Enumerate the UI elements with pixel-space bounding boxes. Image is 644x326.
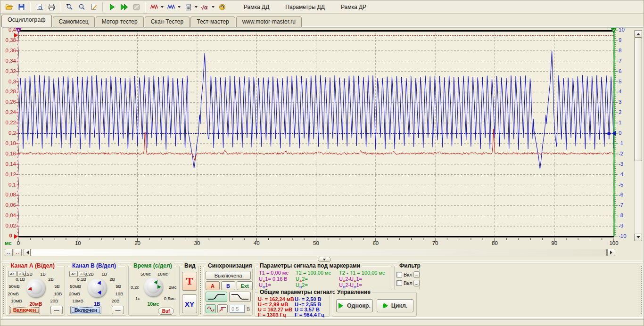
right-axis-tick-label: 5 — [619, 79, 631, 84]
right-axis-tick-label: -6 — [619, 192, 631, 197]
filter-checkbox[interactable] — [396, 280, 402, 286]
panel-gripper[interactable] — [640, 266, 643, 315]
filter-settings-button[interactable]: ... — [413, 280, 420, 286]
channel-a-zero-arrow[interactable] — [14, 234, 20, 239]
sync-level-input[interactable] — [230, 305, 245, 313]
knob-scale-label: 0,2В — [84, 271, 94, 277]
general-params-group: Общие параметры сигнала U- = 162,24 мВU~… — [255, 292, 330, 317]
right-axis-tick-label: 2 — [619, 109, 631, 115]
scroll-up-button[interactable] — [634, 30, 642, 38]
print-preview-button[interactable] — [33, 2, 45, 12]
view-xy-button[interactable]: XY — [182, 294, 197, 313]
tab-2[interactable]: Самописец — [53, 16, 95, 27]
timebase-knob[interactable]: 50мс10мс0,2с2мс1с0,5мс10мс — [129, 266, 178, 306]
marker-2-jump-button[interactable]: .. — [14, 249, 22, 256]
status-bar — [0, 319, 644, 326]
marker-param-value: UВ2= — [296, 282, 308, 289]
sync-title: Синхронизация — [206, 262, 254, 269]
marker-params-grid: T1 = 0,00 мсT2 = 100,00 мсT2 - T1 = 100,… — [255, 266, 393, 291]
cycle-run-button[interactable]: Цикл. — [377, 299, 413, 312]
tab-1[interactable]: Осциллограф — [1, 15, 52, 27]
math-menu-button[interactable]: √α — [199, 2, 211, 12]
zoom-select-button[interactable] — [64, 2, 75, 12]
rising-edge-icon — [206, 293, 226, 301]
svg-text:√α: √α — [201, 4, 208, 10]
collapse-panel-button[interactable] — [318, 257, 331, 262]
right-axis-tick-label: 9 — [619, 37, 631, 43]
menu-item-2[interactable]: Параметры ДД — [284, 3, 326, 11]
channel-a-power-button[interactable]: Включен — [9, 306, 40, 314]
knob-scale-label: 2мс — [169, 285, 177, 290]
channel-b-minus-button[interactable]: — — [112, 306, 124, 314]
vertical-scrollbar-thumb[interactable] — [634, 38, 642, 161]
channel-a-knob[interactable]: 0,2В1В0,1В2В50мВ5В20мВ10В10мВ20В20мВ — [6, 266, 66, 306]
play-icon — [339, 303, 346, 309]
tab-4[interactable]: Скан-Тестер — [145, 16, 190, 27]
filter-settings-button[interactable]: ... — [413, 271, 420, 278]
view-t-button[interactable]: Т — [182, 272, 197, 291]
panel-gripper[interactable] — [199, 266, 202, 315]
signal-a-menu-button[interactable] — [149, 2, 160, 12]
dropdown-caret-icon[interactable] — [161, 6, 164, 9]
channel-b-knob[interactable]: 0,2В1В0,1В2В50мВ5В20мВ10В10мВ20В1В — [67, 266, 127, 306]
tab-5[interactable]: Тест-мастер — [190, 16, 235, 27]
max-level-line — [18, 30, 614, 32]
dropdown-caret-icon[interactable] — [195, 6, 198, 9]
knob-scale-label: 20мВ — [8, 291, 18, 296]
left-axis-tick-label: 0,12 — [2, 171, 16, 177]
marker-param-value: UВ2-UВ1= — [339, 282, 362, 289]
channel-b-knob-dial[interactable] — [88, 278, 107, 297]
toolbar-separator — [145, 2, 146, 12]
sync-falling-edge-button[interactable] — [229, 292, 251, 302]
right-axis-tick-label: -3 — [619, 161, 631, 167]
trigger-level-line[interactable] — [18, 35, 614, 36]
menu-item-1[interactable]: Рамка ДД — [243, 3, 270, 11]
x-axis-tick-label: 90 — [546, 240, 562, 246]
dropdown-caret-icon[interactable] — [178, 6, 181, 9]
plot-area[interactable] — [18, 30, 614, 236]
marker-1-jump-button[interactable]: .. — [5, 249, 13, 256]
channel-a-minus-button[interactable]: — — [50, 306, 63, 314]
x-axis-tick-label: 30 — [189, 240, 205, 246]
marker-param-value: T2 = 100,00 мс — [296, 270, 331, 276]
panel-gripper[interactable] — [3, 266, 5, 315]
marker-1-line[interactable] — [18, 30, 19, 236]
save-button[interactable] — [16, 2, 27, 12]
channel-b-power-button[interactable]: Включен — [70, 306, 101, 314]
general-param-b: F = 984,4 Гц — [295, 312, 324, 318]
trigger-level-arrow[interactable] — [14, 33, 20, 38]
buffer-button[interactable]: Buf — [158, 308, 174, 315]
report-button[interactable] — [88, 2, 99, 12]
knob-scale-label: 20В — [112, 298, 120, 303]
pause-button[interactable] — [131, 2, 142, 12]
scroll-down-button[interactable] — [634, 234, 642, 241]
sync-mode-wave-button[interactable] — [206, 304, 216, 313]
sync-source-ext-button[interactable]: Ext — [237, 281, 253, 290]
dropdown-caret-icon[interactable] — [212, 6, 215, 9]
tab-6[interactable]: www.motor-master.ru — [236, 16, 302, 27]
sync-source-в-button[interactable]: В — [221, 281, 235, 290]
tab-3[interactable]: Мотор-тестер — [96, 16, 144, 27]
open-file-button[interactable] — [3, 2, 15, 12]
menu-item-3[interactable]: Рамка ДР — [340, 3, 367, 11]
sync-off-button[interactable]: Выключена — [206, 271, 251, 280]
sync-rising-edge-button[interactable] — [206, 292, 227, 302]
knob-scale-label: 10мВ — [11, 298, 22, 303]
scroll-right-button[interactable] — [607, 249, 615, 256]
sound-button[interactable] — [216, 2, 228, 12]
zoom-button[interactable] — [76, 2, 87, 12]
start-cycle-button[interactable] — [118, 2, 130, 12]
filter-checkbox[interactable] — [396, 272, 402, 277]
start-button[interactable] — [106, 2, 117, 12]
horizontal-scrollbar-thumb[interactable] — [31, 249, 607, 256]
left-arrow-icon — [25, 251, 29, 254]
single-run-button[interactable]: Однокр. — [336, 299, 373, 312]
channel-b-zero-line[interactable] — [18, 133, 614, 134]
x-axis-line — [18, 236, 614, 237]
sync-source-а-button[interactable]: А — [206, 281, 220, 290]
calculator-menu-button[interactable] — [182, 2, 194, 12]
print-button[interactable] — [46, 2, 57, 12]
sync-mode-level-button[interactable] — [217, 304, 228, 313]
signal-b-menu-button[interactable] — [165, 2, 177, 12]
scroll-left-button[interactable] — [24, 249, 31, 256]
